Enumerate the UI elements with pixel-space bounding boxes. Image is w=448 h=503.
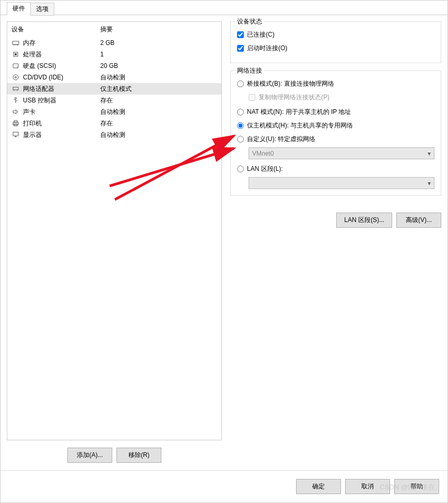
- device-row-cpu[interactable]: 处理器 1: [7, 49, 221, 60]
- svg-rect-21: [13, 132, 18, 136]
- device-label: CD/DVD (IDE): [23, 74, 100, 81]
- cpu-icon: [11, 50, 20, 59]
- add-button[interactable]: 添加(A)...: [67, 448, 112, 463]
- svg-point-10: [15, 77, 17, 78]
- radio-bridged-label: 桥接模式(B): 直接连接物理网络: [247, 79, 334, 88]
- device-row-memory[interactable]: 内存 2 GB: [7, 37, 221, 49]
- device-summary: 存在: [100, 96, 217, 105]
- device-summary: 自动检测: [100, 108, 217, 116]
- svg-point-14: [15, 98, 17, 99]
- memory-icon: [11, 39, 20, 47]
- svg-rect-11: [13, 87, 18, 90]
- checkbox-poweron-input[interactable]: [237, 45, 244, 52]
- device-row-network[interactable]: 网络适配器 仅主机模式: [7, 83, 221, 95]
- device-summary: 1: [100, 51, 217, 58]
- device-row-usb[interactable]: USB 控制器 存在: [7, 95, 221, 106]
- device-label: 声卡: [23, 108, 100, 116]
- device-row-sound[interactable]: 声卡 自动检测: [7, 106, 221, 118]
- disk-icon: [11, 62, 20, 70]
- sound-icon: [11, 108, 20, 116]
- device-label: 硬盘 (SCSI): [23, 62, 100, 71]
- device-status-group: 设备状态 已连接(C) 启动时连接(O): [230, 21, 441, 63]
- radio-bridged-input[interactable]: [237, 80, 244, 87]
- device-summary: 自动检测: [100, 131, 217, 139]
- svg-rect-0: [13, 41, 19, 44]
- cd-icon: [11, 73, 20, 81]
- device-row-disk[interactable]: 硬盘 (SCSI) 20 GB: [7, 60, 221, 72]
- help-button[interactable]: 帮助: [394, 479, 439, 494]
- advanced-button[interactable]: 高级(V)...: [396, 213, 441, 228]
- device-summary: 自动检测: [100, 73, 217, 82]
- radio-lan-segment[interactable]: LAN 区段(L):: [237, 163, 434, 174]
- radio-lan-label: LAN 区段(L):: [247, 165, 283, 173]
- lan-segments-button[interactable]: LAN 区段(S)...: [336, 213, 392, 228]
- device-row-printer[interactable]: 打印机 存在: [7, 118, 221, 129]
- device-list-panel: 设备 摘要 内存 2 GB 处理器 1 硬盘 (SCSI) 20 GB: [7, 21, 222, 440]
- svg-point-9: [13, 75, 18, 80]
- checkbox-connect-at-poweron[interactable]: 启动时连接(O): [237, 43, 434, 53]
- device-summary: 20 GB: [100, 62, 217, 69]
- ok-button[interactable]: 确定: [296, 479, 341, 494]
- svg-rect-7: [13, 64, 18, 68]
- radio-lan-input[interactable]: [237, 166, 244, 172]
- radio-hostonly[interactable]: 仅主机模式(H): 与主机共享的专用网络: [237, 120, 434, 131]
- network-connection-group: 网络连接 桥接模式(B): 直接连接物理网络 复制物理网络连接状态(P) NAT…: [230, 71, 441, 196]
- device-label: 处理器: [23, 50, 100, 59]
- checkbox-replicate: 复制物理网络连接状态(P): [249, 92, 434, 102]
- checkbox-connected-label: 已连接(C): [247, 30, 275, 39]
- tab-hardware[interactable]: 硬件: [7, 2, 31, 15]
- remove-button[interactable]: 移除(R): [116, 448, 161, 463]
- device-label: USB 控制器: [23, 96, 100, 105]
- radio-nat[interactable]: NAT 模式(N): 用于共享主机的 IP 地址: [237, 107, 434, 117]
- device-row-cd[interactable]: CD/DVD (IDE) 自动检测: [7, 72, 221, 83]
- radio-hostonly-label: 仅主机模式(H): 与主机共享的专用网络: [247, 121, 353, 130]
- checkbox-replicate-input: [249, 94, 255, 101]
- checkbox-replicate-label: 复制物理网络连接状态(P): [258, 93, 329, 102]
- combo-lan-segment: [249, 177, 434, 189]
- device-label: 打印机: [23, 119, 100, 128]
- device-label: 显示器: [23, 131, 100, 139]
- radio-custom-input[interactable]: [237, 136, 244, 143]
- combo-custom-vmnet: VMnet0: [249, 147, 434, 159]
- col-header-device: 设备: [11, 25, 100, 34]
- radio-hostonly-input[interactable]: [237, 122, 244, 129]
- svg-point-8: [17, 66, 18, 67]
- cancel-button[interactable]: 取消: [345, 479, 390, 494]
- col-header-summary: 摘要: [100, 25, 217, 34]
- radio-bridged[interactable]: 桥接模式(B): 直接连接物理网络: [237, 78, 434, 89]
- radio-custom-label: 自定义(U): 特定虚拟网络: [247, 135, 315, 144]
- device-summary: 仅主机模式: [100, 85, 217, 93]
- device-summary: 存在: [100, 119, 217, 128]
- device-label: 网络适配器: [23, 85, 100, 93]
- usb-icon: [11, 96, 20, 104]
- group-title-network: 网络连接: [235, 66, 264, 75]
- printer-icon: [11, 119, 20, 127]
- checkbox-connected-input[interactable]: [237, 31, 244, 38]
- device-row-display[interactable]: 显示器 自动检测: [7, 129, 221, 141]
- svg-rect-19: [14, 121, 17, 122]
- radio-custom[interactable]: 自定义(U): 特定虚拟网络: [237, 134, 434, 144]
- radio-nat-input[interactable]: [237, 109, 244, 115]
- device-summary: 2 GB: [100, 39, 217, 46]
- checkbox-connected[interactable]: 已连接(C): [237, 29, 434, 40]
- display-icon: [11, 131, 20, 139]
- network-icon: [11, 85, 20, 93]
- group-title-status: 设备状态: [235, 17, 264, 26]
- tab-options[interactable]: 选项: [30, 3, 54, 16]
- svg-rect-6: [15, 53, 17, 55]
- checkbox-poweron-label: 启动时连接(O): [247, 44, 287, 53]
- device-label: 内存: [23, 39, 100, 48]
- radio-nat-label: NAT 模式(N): 用于共享主机的 IP 地址: [247, 108, 351, 116]
